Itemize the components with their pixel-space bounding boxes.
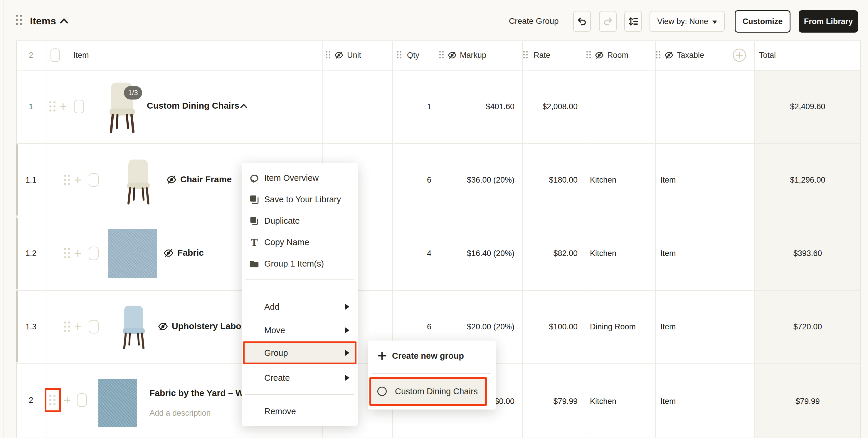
eye-off-icon[interactable] <box>595 51 604 60</box>
row-checkbox[interactable] <box>89 320 99 334</box>
row-add-icon[interactable]: + <box>74 174 82 186</box>
row-checkbox[interactable] <box>89 173 99 187</box>
item-description-placeholder[interactable]: Add a description <box>150 409 211 418</box>
collapse-group-chevron-icon[interactable] <box>239 103 248 108</box>
rate-cell[interactable]: $180.00 <box>522 174 585 186</box>
column-drag-handle-icon[interactable] <box>656 51 660 58</box>
customize-button[interactable]: Customize <box>735 10 790 33</box>
menu-divider <box>245 394 354 395</box>
qty-cell[interactable]: 6 <box>392 321 439 333</box>
eye-off-icon[interactable] <box>334 51 344 60</box>
section-drag-handle-icon[interactable] <box>16 15 22 25</box>
qty-cell[interactable]: 4 <box>392 248 439 259</box>
eye-off-icon[interactable] <box>447 51 457 60</box>
row-drag-handle-icon[interactable] <box>64 175 70 185</box>
taxable-cell[interactable]: Item <box>660 321 725 333</box>
column-header-unit[interactable]: Unit <box>347 50 361 60</box>
menu-group-items[interactable]: Group 1 Item(s) <box>242 253 358 275</box>
row-drag-handle-icon[interactable] <box>64 248 70 258</box>
menu-group[interactable]: Group <box>242 341 358 364</box>
submenu-arrow-icon <box>345 375 349 381</box>
row-number: 1.1 <box>16 174 46 186</box>
redo-button[interactable] <box>599 11 617 32</box>
menu-remove[interactable]: Remove <box>242 400 358 423</box>
menu-copy-name[interactable]: T Copy Name <box>242 231 358 253</box>
row-add-icon[interactable]: + <box>59 101 67 113</box>
taxable-cell[interactable]: Item <box>660 396 725 407</box>
column-drag-handle-icon[interactable] <box>397 51 401 58</box>
menu-divider <box>372 373 491 374</box>
total-cell: $720.00 <box>754 321 861 333</box>
menu-move[interactable]: Move <box>242 318 358 342</box>
row-add-icon[interactable]: + <box>63 394 71 406</box>
view-by-dropdown[interactable]: View by: None <box>650 11 725 32</box>
radio-icon[interactable] <box>377 387 387 396</box>
column-drag-handle-icon[interactable] <box>523 51 528 58</box>
item-name[interactable]: Chair Frame <box>180 175 232 184</box>
menu-save-to-library[interactable]: Save to Your Library <box>242 189 358 210</box>
room-cell[interactable]: Kitchen <box>590 174 655 186</box>
menu-item-overview[interactable]: Item Overview <box>242 167 358 189</box>
table-right-border <box>860 40 861 438</box>
item-image[interactable] <box>123 159 154 206</box>
select-all-checkbox[interactable] <box>51 49 60 62</box>
item-name[interactable]: Custom Dining Chairs <box>147 101 239 111</box>
markup-cell[interactable]: $16.40 (20%) <box>439 248 522 259</box>
create-group-button[interactable]: Create Group <box>509 17 559 26</box>
room-cell[interactable]: Dining Room <box>590 321 655 333</box>
taxable-cell[interactable]: Item <box>660 174 725 186</box>
qty-cell[interactable]: 6 <box>392 174 439 186</box>
row-drag-handle-icon[interactable] <box>64 321 70 332</box>
menu-create[interactable]: Create <box>242 366 358 389</box>
markup-cell[interactable]: $20.00 (20%) <box>439 321 522 333</box>
item-name[interactable]: Fabric <box>177 248 204 258</box>
rate-cell[interactable]: $2,008.00 <box>522 101 585 113</box>
column-drag-handle-icon[interactable] <box>326 51 330 58</box>
item-image[interactable] <box>98 379 137 427</box>
row-checkbox[interactable] <box>89 247 99 260</box>
column-header-qty[interactable]: Qty <box>407 50 419 60</box>
column-header-markup[interactable]: Markup <box>460 50 486 60</box>
column-header-item[interactable]: Item <box>73 50 89 60</box>
row-number: 1 <box>16 101 46 113</box>
row-checkbox[interactable] <box>77 394 87 407</box>
eye-off-icon[interactable] <box>166 175 177 185</box>
row-height-button[interactable] <box>624 11 642 32</box>
row-drag-handle-icon[interactable] <box>49 101 56 112</box>
column-header-total[interactable]: Total <box>759 50 776 60</box>
taxable-cell[interactable]: Item <box>660 248 725 259</box>
row-checkbox[interactable] <box>74 100 84 113</box>
undo-button[interactable] <box>573 11 591 32</box>
item-image[interactable] <box>119 305 149 350</box>
column-drag-handle-icon[interactable] <box>439 51 444 58</box>
column-header-taxable[interactable]: Taxable <box>677 50 704 60</box>
qty-cell[interactable]: 1 <box>392 101 439 113</box>
column-header-room[interactable]: Room <box>607 50 628 60</box>
add-column-icon[interactable] <box>732 48 746 62</box>
markup-cell[interactable]: $401.60 <box>439 101 522 113</box>
menu-add[interactable]: Add <box>242 295 358 318</box>
total-cell: $2,409.60 <box>754 101 861 113</box>
room-cell[interactable]: Kitchen <box>590 396 655 407</box>
eye-off-icon[interactable] <box>163 248 174 258</box>
column-drag-handle-icon[interactable] <box>586 51 591 58</box>
row-add-icon[interactable]: + <box>74 321 82 333</box>
eye-off-icon[interactable] <box>158 321 168 332</box>
item-name[interactable]: Fabric by the Yard – Was <box>150 388 253 398</box>
item-name[interactable]: Upholstery Labor <box>172 321 245 331</box>
rate-cell[interactable]: $79.99 <box>522 396 585 407</box>
section-collapse-chevron-icon[interactable] <box>59 17 69 24</box>
submenu-option-custom-dining-chairs[interactable]: Custom Dining Chairs <box>368 377 496 406</box>
row-add-icon[interactable]: + <box>74 248 82 259</box>
eye-off-icon[interactable] <box>664 51 674 60</box>
submenu-create-new-group[interactable]: Create new group <box>368 344 496 368</box>
room-cell[interactable]: Kitchen <box>590 248 655 259</box>
column-header-rate[interactable]: Rate <box>533 50 550 60</box>
rate-cell[interactable]: $100.00 <box>522 321 585 333</box>
markup-cell[interactable]: $36.00 (20%) <box>439 174 522 186</box>
total-cell: $79.99 <box>754 396 861 407</box>
item-image[interactable] <box>108 229 157 278</box>
from-library-button[interactable]: From Library <box>799 10 858 33</box>
rate-cell[interactable]: $82.00 <box>522 248 585 259</box>
menu-duplicate[interactable]: Duplicate <box>242 210 358 231</box>
